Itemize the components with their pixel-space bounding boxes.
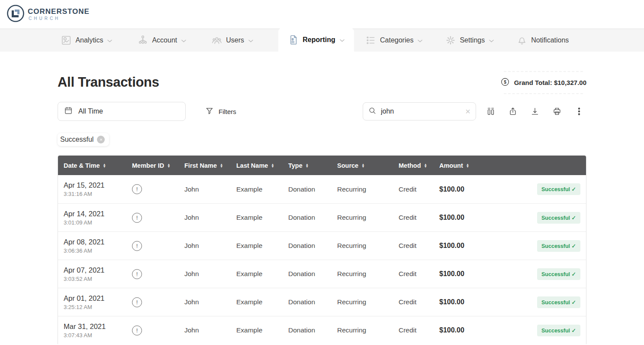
status-badge: Successful ✓ (537, 268, 580, 280)
brand-logo-icon (6, 4, 25, 25)
transactions-table: Date & Time▲▼ Member ID▲▼ First Name▲▼ L… (58, 155, 586, 344)
column-header-method[interactable]: Method▲▼ (393, 162, 434, 169)
nav-item-reporting[interactable]: $ Reporting (278, 28, 354, 52)
status-badge: Successful ✓ (537, 212, 580, 224)
sort-icon: ▲▼ (306, 163, 309, 168)
cell-first-name: John (179, 270, 231, 278)
cell-source: Recurring (332, 242, 393, 250)
cell-member-id: ! (126, 241, 179, 251)
chevron-down-icon (489, 36, 494, 44)
sort-icon: ▲▼ (220, 163, 223, 168)
cell-date-time: Apr 08, 20213:06:36 AM (58, 238, 126, 254)
member-alert-icon[interactable]: ! (132, 269, 142, 279)
column-header-amount[interactable]: Amount▲▼ (434, 162, 486, 169)
cell-method: Credit (393, 214, 434, 221)
chevron-down-icon (107, 36, 112, 44)
main-nav: Analytics Account Users $ Reporting (0, 29, 644, 52)
cell-type: Donation (283, 326, 332, 334)
date-range-select[interactable]: All Time (58, 102, 186, 121)
cell-status: Successful ✓ (486, 240, 586, 252)
kebab-menu-icon[interactable] (572, 104, 586, 119)
sort-icon: ▲▼ (424, 163, 427, 168)
main-content: All Transactions $ Grand Total: $10,327.… (0, 72, 644, 344)
table-row[interactable]: Apr 14, 20213:01:09 AM ! John Example Do… (58, 203, 586, 231)
brand-name: CORNERSTONE (28, 8, 90, 15)
cell-status: Successful ✓ (486, 296, 586, 308)
cell-date-time: Mar 31, 20213:07:43 AM (58, 322, 126, 338)
cell-member-id: ! (126, 213, 179, 223)
cell-last-name: Example (231, 326, 283, 334)
cell-source: Recurring (332, 186, 393, 193)
cell-method: Credit (393, 326, 434, 334)
cell-status: Successful ✓ (486, 183, 586, 195)
nav-label: Account (152, 36, 177, 44)
column-header-type[interactable]: Type▲▼ (283, 162, 332, 169)
nav-label: Reporting (303, 36, 335, 44)
chevron-down-icon (340, 36, 345, 44)
reporting-icon: $ (288, 34, 299, 46)
column-header-source[interactable]: Source▲▼ (332, 162, 393, 169)
cell-method: Credit (393, 298, 434, 306)
column-header-first-name[interactable]: First Name▲▼ (179, 162, 231, 169)
nav-item-account[interactable]: Account (137, 35, 186, 46)
member-alert-icon[interactable]: ! (132, 213, 142, 223)
nav-item-settings[interactable]: Settings (445, 35, 494, 46)
filter-chip-label: Successful (60, 136, 93, 143)
table-row[interactable]: Apr 01, 20213:25:12 AM ! John Example Do… (58, 288, 586, 316)
nav-item-notifications[interactable]: Notifications (516, 35, 569, 46)
download-icon[interactable] (528, 104, 542, 119)
table-row[interactable]: Apr 07, 20213:03:52 AM ! John Example Do… (58, 260, 586, 288)
filter-chip-successful[interactable]: Successful × (58, 133, 109, 146)
cell-source: Recurring (332, 214, 393, 221)
table-row[interactable]: Mar 31, 20213:07:43 AM ! John Example Do… (58, 316, 586, 344)
nav-item-categories[interactable]: Categories (365, 35, 422, 46)
svg-text:$: $ (504, 79, 506, 84)
cell-source: Recurring (332, 326, 393, 334)
search-input[interactable] (381, 107, 461, 115)
brand-logo[interactable]: CORNERSTONE CHURCH (6, 4, 90, 25)
member-alert-icon[interactable]: ! (132, 325, 142, 335)
cell-method: Credit (393, 242, 434, 250)
nav-label: Notifications (531, 36, 569, 44)
filters-button[interactable]: Filters (205, 107, 236, 117)
cell-type: Donation (283, 242, 332, 250)
cell-amount: $100.00 (434, 298, 486, 306)
member-alert-icon[interactable]: ! (132, 297, 142, 307)
analytics-icon (61, 35, 72, 46)
share-icon[interactable] (506, 104, 520, 119)
cell-type: Donation (283, 214, 332, 221)
status-badge: Successful ✓ (537, 240, 580, 252)
nav-item-analytics[interactable]: Analytics (61, 35, 112, 46)
nav-label: Settings (460, 36, 485, 44)
table-row[interactable]: Apr 15, 20213:31:16 AM ! John Example Do… (58, 175, 586, 203)
column-header-date-time[interactable]: Date & Time▲▼ (58, 162, 126, 169)
cell-amount: $100.00 (434, 242, 486, 250)
table-row[interactable]: Apr 08, 20213:06:36 AM ! John Example Do… (58, 231, 586, 260)
cell-member-id: ! (126, 184, 179, 194)
users-icon (211, 35, 222, 46)
table-body: Apr 15, 20213:31:16 AM ! John Example Do… (58, 175, 586, 344)
chevron-down-icon (248, 36, 253, 44)
search-clear-icon[interactable]: × (465, 107, 470, 116)
skeleton-line (504, 93, 583, 94)
cell-date-time: Apr 07, 20213:03:52 AM (58, 266, 126, 282)
column-header-member-id[interactable]: Member ID▲▼ (126, 162, 179, 169)
columns-icon[interactable] (483, 104, 498, 119)
sort-icon: ▲▼ (271, 163, 274, 168)
sort-icon: ▲▼ (167, 163, 170, 168)
chip-remove-icon[interactable]: × (97, 136, 105, 143)
nav-item-users[interactable]: Users (211, 35, 253, 46)
page-title: All Transactions (58, 75, 159, 90)
member-alert-icon[interactable]: ! (132, 184, 142, 194)
print-icon[interactable] (550, 104, 564, 119)
status-badge: Successful ✓ (537, 183, 580, 195)
member-alert-icon[interactable]: ! (132, 241, 142, 251)
column-header-last-name[interactable]: Last Name▲▼ (231, 162, 283, 169)
cell-type: Donation (283, 186, 332, 193)
date-range-value: All Time (78, 107, 103, 115)
cell-last-name: Example (231, 214, 283, 221)
cell-amount: $100.00 (434, 214, 486, 221)
app-header: CORNERSTONE CHURCH (0, 0, 644, 29)
account-icon (137, 35, 148, 46)
cell-date-time: Apr 14, 20213:01:09 AM (58, 210, 126, 226)
